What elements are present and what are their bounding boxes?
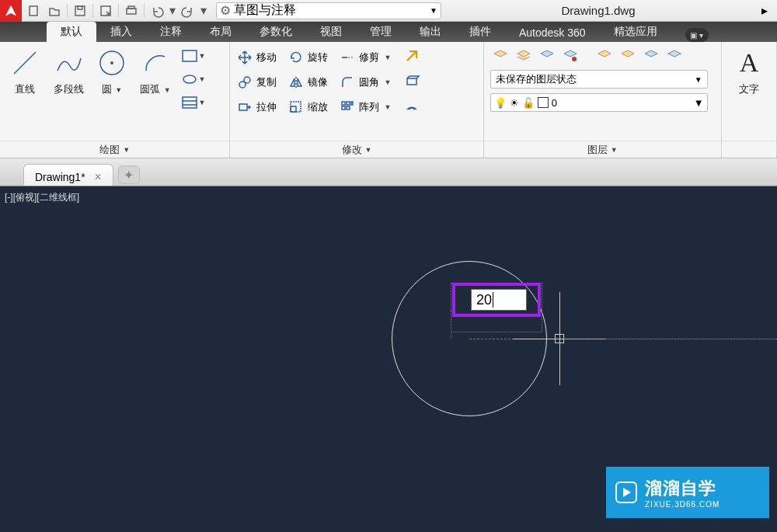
drawing-canvas[interactable]: [-][俯视][二维线框] 20 溜溜自学 ZIXUE.3D66.COM [0,186,777,532]
hatch-icon[interactable]: ▼ [183,93,204,112]
lock-open-icon: 🔓 [522,97,535,109]
open-icon[interactable] [45,2,64,19]
svg-rect-26 [347,106,350,110]
redo-dropdown-icon[interactable]: ▾ [199,2,208,19]
close-icon[interactable]: × [95,170,102,184]
undo-icon[interactable] [148,2,166,19]
svg-rect-5 [128,6,134,9]
tab-default[interactable]: 默认 [47,22,96,42]
panel-annot: A 文字 [722,42,777,158]
panel-layers-title[interactable]: 图层▼ [484,141,721,158]
tab-a360[interactable]: Autodesk 360 [505,23,600,42]
new-icon[interactable] [25,2,44,19]
title-right-arrow[interactable]: ▸ [755,2,774,19]
panel-layers: 未保存的图层状态 ▼ 💡 ☀ 🔓 0 ▼ 图层▼ [484,42,722,158]
ribbon-minimize-button[interactable]: ▣ ▾ [685,28,709,42]
tab-output[interactable]: 输出 [406,22,455,42]
arc-label: 圆弧 [140,83,160,95]
line-icon [9,47,41,79]
layer-match-icon[interactable] [641,47,661,65]
layer-state-label: 未保存的图层状态 [496,72,577,86]
panel-draw: 直线 多段线 圆 ▼ 圆弧 ▼ ▼ ▼ ▼ 绘图▼ [0,42,230,158]
dynamic-input-field[interactable]: 20 [471,289,527,311]
saveas-icon[interactable] [96,2,115,19]
app-menu-button[interactable] [0,0,22,22]
plot-icon[interactable] [122,2,141,19]
color-swatch [538,97,549,108]
svg-rect-0 [30,6,37,16]
svg-rect-19 [239,104,247,110]
scale-button[interactable]: 缩放 [287,96,328,118]
array-button[interactable]: 阵列▼ [339,96,391,118]
stretch-button[interactable]: 拉伸 [236,96,277,118]
arc-icon [139,47,172,79]
copy-icon [236,74,253,91]
current-layer-dropdown[interactable]: 💡 ☀ 🔓 0 ▼ [490,93,708,112]
chevron-down-icon: ▼ [694,97,704,109]
quick-access-toolbar: ▾ ▾ [22,2,211,19]
svg-rect-2 [78,6,82,9]
line-button[interactable]: 直线 [6,47,44,96]
watermark: 溜溜自学 ZIXUE.3D66.COM [606,467,769,518]
polyline-icon [52,47,85,79]
ribbon-tabs: 默认 插入 注释 布局 参数化 视图 管理 输出 插件 Autodesk 360… [0,22,777,42]
offset-icon[interactable] [402,96,422,115]
trim-button[interactable]: 修剪▼ [339,47,391,68]
polar-track-line [564,339,777,339]
tab-layout[interactable]: 布局 [196,22,246,42]
rectangle-icon[interactable]: ▼ [183,47,204,65]
new-tab-button[interactable]: ✦ [118,165,140,184]
circle-button[interactable]: 圆 ▼ [93,47,131,96]
layer-off-icon[interactable] [594,47,615,65]
trim-icon [339,49,356,66]
mirror-button[interactable]: 镜像 [287,71,328,93]
chevron-down-icon: ▼ [162,86,170,94]
layer-states-icon[interactable] [514,47,534,65]
panel-modify-title[interactable]: 修改▼ [230,141,483,158]
tab-manage[interactable]: 管理 [356,22,406,42]
text-button[interactable]: A 文字 [728,47,770,96]
explode-icon[interactable] [402,71,422,90]
ribbon: 直线 多段线 圆 ▼ 圆弧 ▼ ▼ ▼ ▼ 绘图▼ [0,42,777,158]
document-title: Drawing1.dwg [441,4,755,17]
scale-icon [287,99,305,116]
workspace-dropdown[interactable]: ⚙ 草图与注释 ▼ [216,2,441,19]
input-guide-line [451,311,451,339]
circle-icon [96,47,128,79]
svg-rect-24 [351,102,353,105]
ellipse-icon[interactable]: ▼ [183,70,204,89]
layer-lock-icon[interactable] [618,47,638,65]
polyline-button[interactable]: 多段线 [50,47,87,96]
sun-icon: ☀ [510,97,519,109]
redo-icon[interactable] [179,2,197,19]
arc-button[interactable]: 圆弧 ▼ [137,47,174,96]
text-label: 文字 [739,82,759,96]
layer-iso-icon[interactable] [537,47,557,65]
layer-freeze-icon[interactable] [560,47,580,65]
move-button[interactable]: 移动 [236,47,277,68]
viewport-controls[interactable]: [-][俯视][二维线框] [5,191,79,204]
file-tab-active[interactable]: Drawing1* × [23,164,113,186]
layer-prop-icon[interactable] [490,47,510,65]
undo-dropdown-icon[interactable]: ▾ [168,2,177,19]
text-icon: A [733,47,765,79]
tab-insert[interactable]: 插入 [96,22,146,42]
fillet-button[interactable]: 圆角▼ [339,71,391,93]
panel-draw-title[interactable]: 绘图▼ [0,141,229,158]
tab-annotate[interactable]: 注释 [146,22,196,42]
watermark-title: 溜溜自学 [645,477,720,500]
tab-view[interactable]: 视图 [306,22,356,42]
save-icon[interactable] [71,2,89,19]
svg-rect-20 [291,106,296,112]
layer-state-dropdown[interactable]: 未保存的图层状态 ▼ [490,70,708,89]
svg-point-10 [183,75,196,83]
line-label: 直线 [15,82,35,96]
tab-plugins[interactable]: 插件 [455,22,505,42]
copy-button[interactable]: 复制 [236,71,277,93]
rotate-button[interactable]: 旋转 [287,47,328,68]
layer-prev-icon[interactable] [664,47,685,65]
tab-parametric[interactable]: 参数化 [246,22,306,42]
erase-icon[interactable] [402,47,422,65]
tab-featured[interactable]: 精选应用 [600,22,671,42]
svg-point-8 [110,61,113,64]
